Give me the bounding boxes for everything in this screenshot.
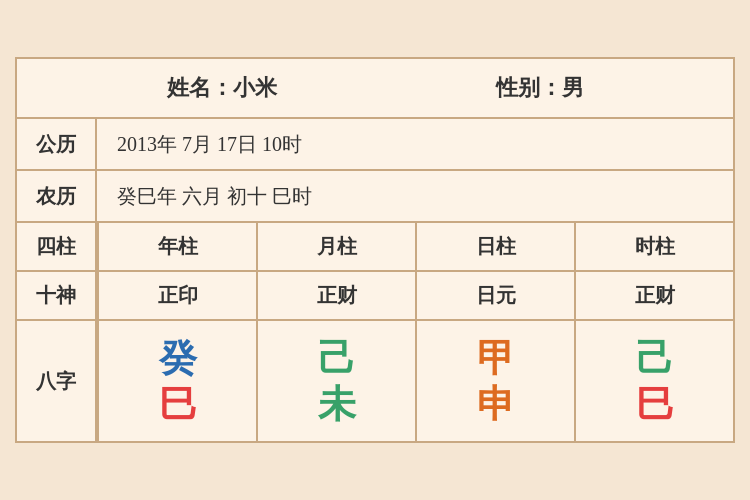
bazi-top-2: 甲 bbox=[477, 339, 515, 377]
pillars-label: 四柱 bbox=[17, 223, 97, 270]
pillars-row: 四柱 年柱 月柱 日柱 时柱 bbox=[17, 223, 733, 272]
bazi-cell-2: 甲 申 bbox=[415, 321, 574, 441]
shishen-year: 正印 bbox=[97, 272, 256, 319]
bazi-cell-3: 己 巳 bbox=[574, 321, 733, 441]
bazi-bottom-3: 巳 bbox=[636, 385, 674, 423]
main-container: 姓名：小米 性别：男 公历 2013年 7月 17日 10时 农历 癸巳年 六月… bbox=[15, 57, 735, 443]
lunar-row: 农历 癸巳年 六月 初十 巳时 bbox=[17, 171, 733, 223]
gender-label: 性别：男 bbox=[496, 73, 584, 103]
pillar-month: 月柱 bbox=[256, 223, 415, 270]
solar-row: 公历 2013年 7月 17日 10时 bbox=[17, 119, 733, 171]
pillar-hour: 时柱 bbox=[574, 223, 733, 270]
bazi-row: 八字 癸 巳 己 未 甲 申 己 巳 bbox=[17, 321, 733, 441]
bazi-cell-0: 癸 巳 bbox=[97, 321, 256, 441]
shishen-label: 十神 bbox=[17, 272, 97, 319]
shishen-month: 正财 bbox=[256, 272, 415, 319]
bazi-bottom-1: 未 bbox=[318, 385, 356, 423]
shishen-grid: 正印 正财 日元 正财 bbox=[97, 272, 733, 319]
bazi-label: 八字 bbox=[17, 321, 97, 441]
pillar-year: 年柱 bbox=[97, 223, 256, 270]
bazi-bottom-0: 巳 bbox=[159, 385, 197, 423]
pillar-day: 日柱 bbox=[415, 223, 574, 270]
bazi-grid: 癸 巳 己 未 甲 申 己 巳 bbox=[97, 321, 733, 441]
bazi-top-3: 己 bbox=[636, 339, 674, 377]
bazi-top-0: 癸 bbox=[159, 339, 197, 377]
lunar-label: 农历 bbox=[17, 171, 97, 221]
bazi-top-1: 己 bbox=[318, 339, 356, 377]
name-label: 姓名：小米 bbox=[167, 73, 277, 103]
header-row: 姓名：小米 性别：男 bbox=[17, 59, 733, 119]
bazi-bottom-2: 申 bbox=[477, 385, 515, 423]
solar-value: 2013年 7月 17日 10时 bbox=[97, 121, 733, 168]
solar-label: 公历 bbox=[17, 119, 97, 169]
lunar-value: 癸巳年 六月 初十 巳时 bbox=[97, 173, 733, 220]
pillars-grid: 年柱 月柱 日柱 时柱 bbox=[97, 223, 733, 270]
bazi-cell-1: 己 未 bbox=[256, 321, 415, 441]
shishen-day: 日元 bbox=[415, 272, 574, 319]
shishen-hour: 正财 bbox=[574, 272, 733, 319]
shishen-row: 十神 正印 正财 日元 正财 bbox=[17, 272, 733, 321]
